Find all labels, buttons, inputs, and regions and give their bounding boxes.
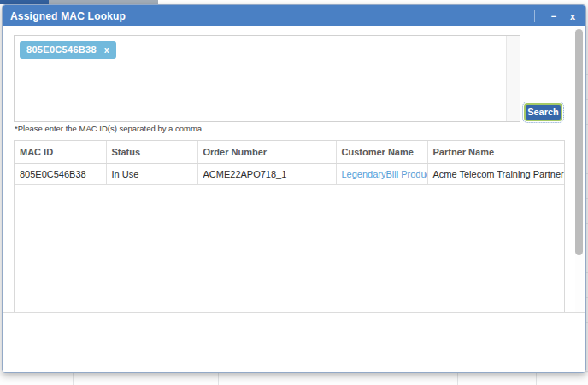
table-header-row: MAC ID Status Order Number Customer Name… <box>15 141 564 163</box>
background-grid <box>0 373 588 385</box>
customer-name-link[interactable]: LegendaryBill Produc... <box>342 169 428 179</box>
mac-chip-label: 805E0C546B38 <box>26 44 97 55</box>
background-grid-line <box>457 373 458 385</box>
column-header-order-number[interactable]: Order Number <box>197 141 336 163</box>
background-grid-line <box>73 373 74 385</box>
mac-input-area[interactable]: 805E0C546B38 x <box>14 35 520 122</box>
chip-remove-icon[interactable]: x <box>104 45 109 55</box>
window-controls-divider <box>534 10 535 22</box>
background-divider <box>158 3 588 3</box>
minimize-icon[interactable]: − <box>547 10 561 22</box>
background-grid-line <box>536 373 537 385</box>
column-header-partner-name[interactable]: Partner Name <box>427 141 564 163</box>
dialog-scrollbar[interactable] <box>575 27 584 312</box>
dialog-body: 805E0C546B38 x Search *Please enter the … <box>3 26 585 372</box>
column-header-customer-name[interactable]: Customer Name <box>336 141 427 163</box>
cell-mac-id: 805E0C546B38 <box>15 163 106 184</box>
mac-input-scroll-strip <box>506 36 520 121</box>
search-button[interactable]: Search <box>524 103 562 121</box>
dialog-title: Assigned MAC Lookup <box>10 10 534 22</box>
cell-partner-name: Acme Telecom Training Partner <box>427 163 564 184</box>
cell-order-number: ACME22APO718_1 <box>197 163 336 184</box>
cell-status: In Use <box>106 163 197 184</box>
column-header-mac-id[interactable]: MAC ID <box>15 141 106 163</box>
background-grid-line <box>218 373 219 385</box>
scrollbar-thumb[interactable] <box>575 29 583 255</box>
cell-customer-name: LegendaryBill Produc... <box>336 163 427 184</box>
close-icon[interactable]: x <box>566 10 579 22</box>
table-row[interactable]: 805E0C546B38 In Use ACME22APO718_1 Legen… <box>15 163 564 184</box>
column-header-status[interactable]: Status <box>106 141 197 163</box>
dialog-footer <box>3 313 585 372</box>
dialog-titlebar[interactable]: Assigned MAC Lookup − x <box>3 5 585 26</box>
mac-chip: 805E0C546B38 x <box>20 41 116 59</box>
mac-input-helper-text: *Please enter the MAC ID(s) separated by… <box>15 124 204 133</box>
assigned-mac-lookup-dialog: Assigned MAC Lookup − x 805E0C546B38 x S… <box>2 4 586 373</box>
page-background: { "window": { "title": "Assigned MAC Loo… <box>0 0 588 385</box>
window-controls: − x <box>534 10 579 22</box>
results-table: MAC ID Status Order Number Customer Name… <box>14 140 565 312</box>
